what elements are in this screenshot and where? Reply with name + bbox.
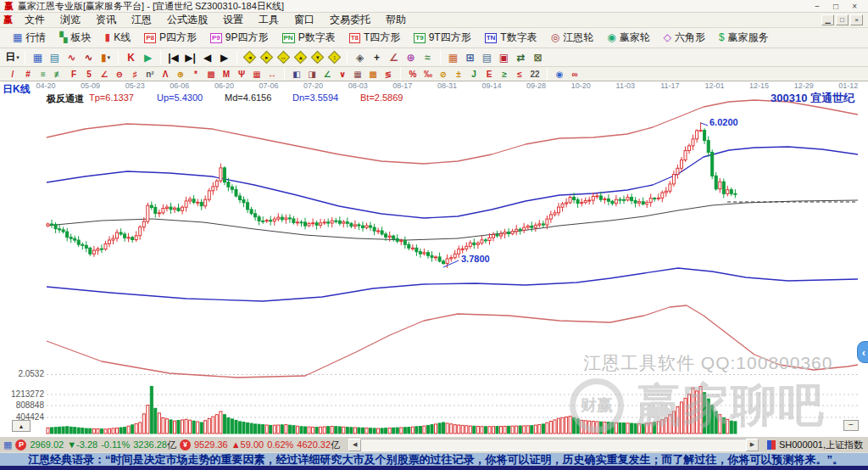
scroll-right-button[interactable]: ▶ xyxy=(746,439,759,451)
gann-circle-tool[interactable]: ⊕ xyxy=(174,69,187,80)
tool-hexagon[interactable]: ◇六角形 xyxy=(658,29,711,47)
j-line-tool[interactable]: J xyxy=(467,69,481,80)
box-left-tool[interactable]: ◧ xyxy=(290,69,303,80)
menu-item-工具[interactable]: 工具 xyxy=(251,12,287,28)
notepad-icon[interactable]: ▤ xyxy=(479,49,495,65)
crosshair-tool-icon[interactable]: + xyxy=(369,49,385,65)
quote-board-icon[interactable]: ▦ xyxy=(3,439,12,450)
cart-icon[interactable]: ⊠ xyxy=(530,49,546,65)
gann-grid-tool[interactable]: # xyxy=(21,69,35,80)
panel-icon[interactable]: ▤ xyxy=(47,49,63,65)
menu-item-文件[interactable]: 文件 xyxy=(17,12,53,28)
golden-level-tool[interactable]: ± xyxy=(452,69,465,80)
percent-tool[interactable]: % xyxy=(406,69,420,80)
page22-tool[interactable]: 22 xyxy=(528,69,542,80)
tool-winner-wheel[interactable]: ◉赢家轮 xyxy=(601,29,655,47)
tool-9t-square[interactable]: T99T四方形 xyxy=(408,29,476,47)
wave-tool-icon[interactable]: ≈ xyxy=(420,49,436,65)
tool-market-quotes[interactable]: ▦行情 xyxy=(7,29,52,47)
sh-index-icon[interactable]: P xyxy=(15,439,26,450)
fib-levels-tool[interactable]: ≡ xyxy=(36,69,50,80)
five-wave-tool[interactable]: 5 xyxy=(82,69,96,80)
square-number-tool[interactable]: n² xyxy=(143,69,157,80)
menu-item-窗口[interactable]: 窗口 xyxy=(287,12,322,28)
gann-vspan-diamond[interactable]: ↕ xyxy=(328,51,342,64)
first-bar-button[interactable]: |◀ xyxy=(165,49,181,65)
tool-t-number-table[interactable]: TNT数字表 xyxy=(479,29,543,47)
golden-circle-tool[interactable]: ⊘ xyxy=(437,69,450,80)
prev-bar-button[interactable]: ◀ xyxy=(199,49,215,65)
infinity-icon[interactable]: ∞ xyxy=(568,69,581,80)
angle2-tool[interactable]: ∠ xyxy=(320,69,334,80)
menu-item-资讯[interactable]: 资讯 xyxy=(88,12,124,28)
gann-down-diamond[interactable]: ▾ xyxy=(311,51,325,64)
tool-p-number-table[interactable]: PNP数字表 xyxy=(276,29,342,47)
next-bar-button[interactable]: ▶ xyxy=(216,49,232,65)
maximize-button[interactable]: □ xyxy=(833,2,838,11)
last-bar-button[interactable]: ▶| xyxy=(182,49,198,65)
sz-index-icon[interactable]: ¥ xyxy=(180,439,191,450)
minimize-button[interactable]: − xyxy=(815,2,820,11)
fan-tool[interactable]: F xyxy=(67,69,81,80)
trend-curve-icon[interactable]: ∿ xyxy=(64,49,80,65)
calculator-icon[interactable]: ⊞ xyxy=(462,49,478,65)
gann-square-tool[interactable]: ▩ xyxy=(204,69,218,80)
save-icon[interactable]: ▣ xyxy=(496,49,512,65)
pitchfork-tool[interactable]: Λ xyxy=(159,69,172,80)
permille-tool[interactable]: ‰ xyxy=(421,69,435,80)
zigzag-tool[interactable]: ≶ xyxy=(381,69,395,80)
tool-gann-wheel[interactable]: ◎江恩轮 xyxy=(545,29,599,47)
angle-line-tool[interactable]: ∠ xyxy=(97,69,111,80)
tool-t-square[interactable]: T8T四方形 xyxy=(343,29,407,47)
tool-winner-service[interactable]: $赢家服务 xyxy=(713,29,775,47)
tool-k-line[interactable]: ▮K线 xyxy=(99,29,137,47)
tool-sectors[interactable]: ▚板块 xyxy=(53,29,97,47)
expand-volume-button[interactable]: ▲ xyxy=(12,420,31,432)
export-icon[interactable]: ⇄ xyxy=(513,49,529,65)
gann-up-diamond[interactable]: ▴ xyxy=(294,51,308,64)
cycle-circle-tool[interactable]: ⊖ xyxy=(113,69,126,80)
marker-flag-icon[interactable]: ▶ xyxy=(140,49,156,65)
period-day-selector[interactable]: 日▾ xyxy=(4,49,20,65)
e-line-tool[interactable]: E xyxy=(482,69,496,80)
menu-item-公式选股[interactable]: 公式选股 xyxy=(159,12,215,28)
menu-item-设置[interactable]: 设置 xyxy=(215,12,251,28)
angle-tool-icon[interactable]: ∠ xyxy=(386,49,402,65)
price-grid-tool[interactable]: ▦ xyxy=(250,69,264,80)
mdi-restore-button[interactable]: □ xyxy=(836,14,849,25)
gann-box-tool-icon[interactable]: ⊕ xyxy=(403,49,419,65)
close-button[interactable]: × xyxy=(852,2,857,11)
calendar-icon[interactable]: ▦ xyxy=(445,49,461,65)
candle-style-icon[interactable]: ▮▾ xyxy=(97,49,114,65)
mdi-minimize-button[interactable]: ▁ xyxy=(821,14,834,25)
box-right-tool[interactable]: ◨ xyxy=(305,69,319,80)
menu-item-浏览[interactable]: 浏览 xyxy=(53,12,88,28)
menu-item-帮助[interactable]: 帮助 xyxy=(378,12,414,28)
mdi-close-button[interactable]: × xyxy=(850,14,863,25)
gann-hspan-diamond[interactable]: ↔ xyxy=(277,51,291,64)
gann-right-diamond[interactable]: ▸ xyxy=(260,51,274,64)
time-fork-tool[interactable]: Ψ xyxy=(235,69,248,80)
current-index-label[interactable]: SH000001,上证指数 xyxy=(779,439,865,451)
ge-tool[interactable]: ≥ xyxy=(498,69,511,80)
zoom-out-button[interactable]: − xyxy=(843,420,859,431)
tool-9p-square[interactable]: P99P四方形 xyxy=(204,29,274,47)
wave-mark-tool[interactable]: M xyxy=(220,69,233,80)
horizontal-scrollbar[interactable]: ◀ ▶ xyxy=(348,439,759,451)
pan-tool-icon[interactable]: ◈ xyxy=(352,49,368,65)
menu-item-江恩[interactable]: 江恩 xyxy=(124,12,159,28)
span-tool[interactable]: ↔ xyxy=(265,69,279,80)
le-tool[interactable]: ≤ xyxy=(513,69,526,80)
hatch-tool[interactable]: ▩ xyxy=(366,69,380,80)
yin-yang-wheel-icon[interactable]: ◉ xyxy=(553,69,566,80)
scroll-track[interactable] xyxy=(361,439,746,451)
scroll-left-button[interactable]: ◀ xyxy=(348,439,361,451)
star-cycle-tool[interactable]: * xyxy=(189,69,203,80)
grid-overlay-tool[interactable]: ♯ xyxy=(128,69,142,80)
vee-tool[interactable]: ∨ xyxy=(336,69,349,80)
k-pattern-icon[interactable]: K xyxy=(123,49,139,65)
menu-item-交易委托[interactable]: 交易委托 xyxy=(322,12,378,28)
layout-icon[interactable]: ▦ xyxy=(30,49,46,65)
gann-left-diamond[interactable]: ◂ xyxy=(243,51,257,64)
price-levels-tool[interactable]: ≢ xyxy=(52,69,65,80)
